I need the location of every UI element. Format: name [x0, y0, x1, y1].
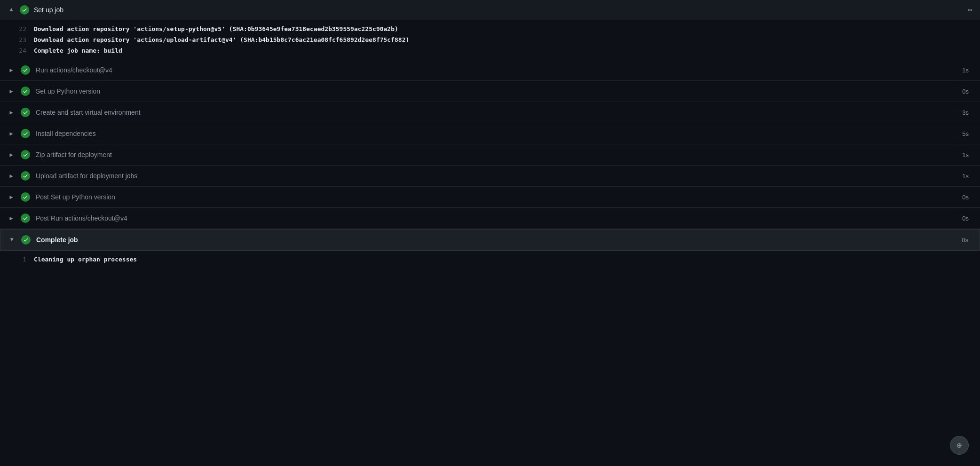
step-left: ▶ Upload artifact for deployment jobs [8, 171, 137, 181]
job-header-title: Set up job [34, 6, 63, 14]
step-label: Run actions/checkout@v4 [36, 66, 112, 74]
log-line-22: 22 Download action repository 'actions/s… [0, 24, 980, 35]
setup-job-log-lines: 22 Download action repository 'actions/s… [0, 20, 980, 60]
step-left: ▶ Post Run actions/checkout@v4 [8, 213, 127, 223]
chevron-right-icon: ▶ [8, 151, 15, 158]
step-upload-artifact[interactable]: ▶ Upload artifact for deployment jobs 1s [0, 166, 980, 187]
step-label: Create and start virtual environment [36, 109, 141, 116]
step-duration: 1s [962, 173, 972, 180]
chevron-right-icon: ▶ [8, 215, 15, 222]
step-duration: 0s [962, 215, 972, 222]
step-status-icon [21, 171, 30, 181]
step-status-icon [21, 192, 30, 202]
step-label: Upload artifact for deployment jobs [36, 172, 137, 180]
checkmark-svg [23, 67, 28, 73]
step-duration: 3s [962, 109, 972, 116]
log-line-1: 1 Cleaning up orphan processes [0, 254, 980, 265]
step-create-venv[interactable]: ▶ Create and start virtual environment 3… [0, 102, 980, 123]
step-setup-python[interactable]: ▶ Set up Python version 0s [0, 81, 980, 102]
step-install-deps[interactable]: ▶ Install dependencies 5s [0, 123, 980, 144]
complete-job-label: Complete job [36, 236, 78, 244]
step-status-icon [21, 87, 30, 96]
chevron-right-icon: ▶ [8, 109, 15, 116]
status-icon [20, 5, 29, 15]
step-duration: 1s [962, 67, 972, 74]
chevron-up-icon: ▲ [8, 7, 15, 13]
line-number: 24 [8, 46, 26, 56]
chevron-right-icon: ▶ [8, 194, 15, 201]
step-left: ▶ Run actions/checkout@v4 [8, 65, 112, 75]
checkmark-svg [23, 88, 28, 94]
checkmark-svg [23, 194, 28, 200]
step-duration: 5s [962, 130, 972, 137]
more-options-icon[interactable]: ⋯ [967, 5, 972, 15]
step-complete-job[interactable]: ▼ Complete job 0s [0, 229, 980, 251]
step-label: Post Set up Python version [36, 193, 115, 201]
checkmark-svg [23, 131, 28, 136]
setup-job-header[interactable]: ▲ Set up job ⋯ [0, 0, 980, 20]
step-label: Post Run actions/checkout@v4 [36, 214, 127, 222]
chevron-right-icon: ▶ [8, 173, 15, 180]
checkmark-svg [23, 152, 28, 158]
complete-job-log-lines: 1 Cleaning up orphan processes [0, 251, 980, 269]
step-post-checkout[interactable]: ▶ Post Run actions/checkout@v4 0s [0, 208, 980, 229]
step-left: ▶ Install dependencies [8, 129, 96, 138]
step-status-icon [21, 108, 30, 117]
step-zip-artifact[interactable]: ▶ Zip artifact for deployment 1s [0, 144, 980, 166]
checkmark-svg [23, 215, 28, 221]
header-left: ▲ Set up job [8, 5, 63, 15]
step-status-icon [21, 129, 30, 138]
chevron-right-icon: ▶ [8, 67, 15, 74]
scroll-to-bottom-button[interactable]: ⊕ [950, 436, 969, 455]
checkmark-svg [23, 173, 28, 179]
chevron-down-icon: ▼ [8, 237, 16, 243]
log-line-text: Cleaning up orphan processes [34, 255, 137, 265]
step-left: ▶ Post Set up Python version [8, 192, 115, 202]
step-status-icon [21, 213, 30, 223]
log-line-text: Complete job name: build [34, 46, 122, 56]
line-number: 23 [8, 35, 26, 45]
step-left: ▶ Create and start virtual environment [8, 108, 141, 117]
log-line-text: Download action repository 'actions/setu… [34, 24, 398, 34]
checkmark-svg [23, 110, 28, 115]
line-number: 22 [8, 24, 26, 34]
step-post-python[interactable]: ▶ Post Set up Python version 0s [0, 187, 980, 208]
scroll-icon: ⊕ [957, 440, 962, 450]
step-duration: 0s [962, 88, 972, 95]
step-label: Zip artifact for deployment [36, 151, 112, 158]
line-number: 1 [8, 255, 26, 265]
complete-job-duration: 0s [962, 237, 972, 244]
steps-list: ▶ Run actions/checkout@v4 1s ▶ Set up P [0, 60, 980, 229]
log-line-text: Download action repository 'actions/uplo… [34, 35, 409, 45]
step-duration: 1s [962, 151, 972, 158]
checkmark-svg [22, 7, 27, 13]
step-label: Install dependencies [36, 130, 96, 137]
step-status-icon [21, 235, 31, 245]
step-label: Set up Python version [36, 87, 100, 95]
step-status-icon [21, 65, 30, 75]
step-left: ▶ Set up Python version [8, 87, 100, 96]
log-line-23: 23 Download action repository 'actions/u… [0, 35, 980, 46]
checkmark-svg [23, 237, 29, 243]
step-left: ▶ Zip artifact for deployment [8, 150, 112, 159]
log-line-24: 24 Complete job name: build [0, 46, 980, 56]
step-status-icon [21, 150, 30, 159]
step-duration: 0s [962, 194, 972, 201]
step-run-checkout[interactable]: ▶ Run actions/checkout@v4 1s [0, 60, 980, 81]
chevron-right-icon: ▶ [8, 130, 15, 137]
step-left: ▼ Complete job [8, 235, 78, 245]
chevron-right-icon: ▶ [8, 88, 15, 95]
job-container: ▲ Set up job ⋯ 22 Download action reposi… [0, 0, 980, 269]
